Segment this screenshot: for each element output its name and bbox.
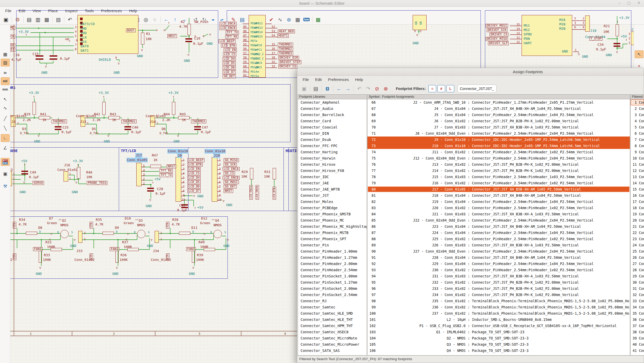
assignment-row[interactable]: 103Q1 - IRLML6402 : Package_TO_SOT_SMD:S… [367, 329, 630, 335]
assignment-row[interactable]: 67J4 - Conn_01x04 : Connector_JST:JST_XH… [367, 105, 630, 112]
filtered-footprint-row[interactable]: 39 Connector_JST [631, 335, 644, 341]
mirror-v-button[interactable]: ▴▾ [217, 16, 226, 24]
erc-button[interactable]: ✔ [267, 16, 276, 24]
filtered-footprint-row[interactable]: 33 Connector_JST [631, 298, 644, 304]
filtered-footprint-row[interactable]: 8 Connector_JST [631, 143, 644, 149]
filtered-footprint-row[interactable]: 40 Connector_JST [631, 341, 644, 347]
library-item[interactable]: Connector_SATA_SAS [298, 347, 367, 354]
filtered-footprint-row[interactable]: 30 Connector_JST [631, 279, 644, 285]
assignment-row[interactable]: 99J36 - Conn_01x02 : TerminalBlock_Phoen… [367, 304, 630, 310]
free-angle-button[interactable]: ∿ [1, 104, 10, 112]
delete-association-button[interactable]: ⊘ [373, 85, 381, 93]
hv-wire-mode-button[interactable]: ∟ [1, 134, 10, 142]
window-titlebar[interactable]: board — Schematic Editor –▢✕ [0, 0, 644, 7]
redo-button[interactable]: ↷ [74, 16, 83, 24]
zoom-selection-button[interactable]: ◌ [150, 16, 159, 24]
refresh-button[interactable]: ⟳ [106, 16, 115, 24]
select-tool-button[interactable]: ↖ [635, 50, 643, 58]
filtered-footprint-row[interactable]: 2 Connector_JST [631, 105, 644, 112]
hidden-pins-button[interactable]: ╱ [1, 115, 10, 122]
library-item[interactable]: Connector_JST [298, 192, 367, 199]
assignment-row[interactable]: 76J13 - Conn_01x02 : Connector_JST:JST_P… [367, 161, 630, 168]
library-item[interactable]: Connector_JAE [298, 180, 367, 186]
menu-preferences[interactable]: Preferences [98, 8, 125, 14]
nav-up-button[interactable]: ↑ [171, 16, 179, 24]
library-item[interactable]: Connector_Hirose_FX8 [298, 168, 367, 174]
library-item[interactable]: Connector_Hirose [298, 161, 367, 168]
assignment-row[interactable]: 102P1 - USB_C_Plug_USB2.0 : Connector_US… [367, 323, 630, 329]
symbol-fields-table-button[interactable]: ▦ [293, 16, 302, 24]
save-button[interactable]: ▣ [2, 16, 10, 24]
minimize-button[interactable]: – [618, 1, 621, 5]
menu-file[interactable]: File [2, 8, 14, 14]
zoom-fit-button[interactable]: ◱ [133, 16, 142, 24]
filtered-footprints-list[interactable]: 1 Connector_JST2 Connector_JST3 Connecto… [630, 99, 644, 356]
assignment-row[interactable]: 101L2 - 10µH : Inductor_SMD:L_Bourns-SRN… [367, 316, 630, 323]
library-item[interactable]: Connector_BarrelJack [298, 112, 367, 118]
filtered-footprint-row[interactable]: 31 Connector_JST [631, 285, 644, 292]
filtered-footprint-row[interactable]: 23 Connector_JST [631, 236, 644, 242]
undo-button[interactable]: ↶ [66, 16, 74, 24]
filtered-footprint-row[interactable]: 42 Connector_JST [631, 354, 644, 356]
wire-mode-45-button[interactable]: ╲ [1, 124, 10, 132]
library-item[interactable]: Connector_PinSocket_2.00mm [298, 285, 367, 292]
filtered-footprint-row[interactable]: 12 Connector_JST [631, 168, 644, 174]
assignment-row[interactable]: 73J10 - Conn_01x10 : Connector_IDC:IDC-H… [367, 143, 630, 149]
filtered-footprint-row[interactable]: 5 Connector_JST [631, 124, 644, 130]
library-item[interactable]: Connector_Pin [298, 242, 367, 248]
assignment-row[interactable]: 84J21 - Conn_01x03 : Connector_JST:JST_X… [367, 211, 630, 217]
assignment-row[interactable]: 83J20 - Conn_01x02 : Connector_PinHeader… [367, 205, 630, 211]
filter-by-library-button[interactable]: L [446, 85, 454, 92]
library-item[interactable]: Connector_PinHeader_1.27mm [298, 254, 367, 261]
paste-button[interactable]: ▧ [54, 16, 63, 24]
assignment-row[interactable]: 74J11 - Conn_01x02 : Connector_PinHeader… [367, 149, 630, 155]
assignment-row[interactable]: 94J31 - Conn_01x03 : Connector_JST:JST_X… [367, 273, 630, 279]
assignment-row[interactable]: 71J8 - Conn_02x04_Odd_Even : Connector_P… [367, 130, 630, 137]
library-item[interactable]: Connector_FFC-FPC [298, 143, 367, 149]
edit-symbol-button[interactable]: ✎ [229, 16, 238, 24]
library-item[interactable]: Connector_Samtec_MicroMate [298, 335, 367, 341]
assignment-row[interactable]: 104Q2 - NMOS : Package_TO_SOT_SMD:SOT-23… [367, 335, 630, 341]
rotate-ccw-button[interactable]: ↺ [191, 16, 200, 24]
library-item[interactable]: Connector_Phoenix_SPT [298, 236, 367, 242]
assignment-row[interactable]: 77J14 - Conn_01x02 : Connector_JST:JST_P… [367, 168, 630, 174]
assignment-row[interactable]: 88J25 - Conn_01x02 : Connector_PinHeader… [367, 236, 630, 242]
grid-override-button[interactable]: ▨ [1, 59, 10, 66]
plot-button[interactable]: ▩ [42, 16, 51, 24]
filtered-footprint-row[interactable]: 3 Connector_JST [631, 112, 644, 118]
menu-tools[interactable]: Tools [82, 8, 97, 14]
assignment-row[interactable]: 66J2 - Conn_ARM_JTAG_SWD_10 : Connector_… [367, 99, 630, 105]
nav-back-button[interactable]: ← [162, 16, 171, 24]
library-item[interactable]: Connector_Samtec_HPM_THT [298, 323, 367, 329]
menu-help[interactable]: Help [126, 8, 140, 14]
library-item[interactable]: Connector_Samtec_HLE_THT [298, 316, 367, 323]
any-angle-wire-button[interactable]: ∠ [1, 144, 10, 152]
find-replace-button[interactable]: A→B [95, 16, 104, 24]
filtered-footprint-row[interactable]: 4 Connector_JST [631, 118, 644, 124]
menu-edit[interactable]: Edit [15, 8, 28, 14]
filtered-footprint-row[interactable]: 1 Connector_JST [631, 99, 644, 105]
units-mm-button[interactable]: mm [1, 86, 10, 93]
menu-view[interactable]: View [29, 8, 44, 14]
dialog-menu-preferences[interactable]: Preferences [325, 77, 352, 82]
filter-by-pincount-button[interactable]: # [437, 85, 445, 92]
library-item[interactable]: Connector_PinHeader_1.00mm [298, 248, 367, 254]
filtered-footprint-row[interactable]: 27 Connector_JST [631, 261, 644, 267]
assignment-row[interactable]: 97J34 - Conn_01x02 : Connector_JST:JST_P… [367, 292, 630, 298]
library-item[interactable]: Connector_Card [298, 118, 367, 124]
library-item[interactable]: Connector_Stocko [298, 354, 367, 356]
filtered-footprint-row[interactable]: 7 Connector_JST [631, 137, 644, 143]
filtered-footprint-row[interactable]: 18 Connector_JST [631, 205, 644, 211]
library-item[interactable]: Connector_Phoenix_MSTB [298, 230, 367, 236]
symbol-footprint-assignments-list[interactable]: 66J2 - Conn_ARM_JTAG_SWD_10 : Connector_… [367, 99, 630, 356]
filtered-footprint-row[interactable]: 36 Connector_JST [631, 316, 644, 323]
assignment-row[interactable]: 87J24 - Conn_01x04 : Connector_PinHeader… [367, 230, 630, 236]
assignment-row[interactable]: 80J17 - Conn_01x05 : Connector_JST:JST_X… [367, 186, 630, 192]
filtered-footprint-row[interactable]: 22 Connector_JST [631, 230, 644, 236]
filtered-footprint-row[interactable]: 29 Connector_JST [631, 273, 644, 279]
nav-forward-button[interactable]: → [179, 16, 188, 24]
mirror-h-button[interactable]: ◂▸ [209, 16, 217, 24]
assignment-row[interactable]: 72J9 - Conn_01x10 : Connector_IDC:IDC-He… [367, 137, 630, 143]
filter-by-keywords-button[interactable]: ≡ [428, 85, 436, 92]
filtered-footprint-row[interactable]: 13 Connector_JST [631, 174, 644, 180]
